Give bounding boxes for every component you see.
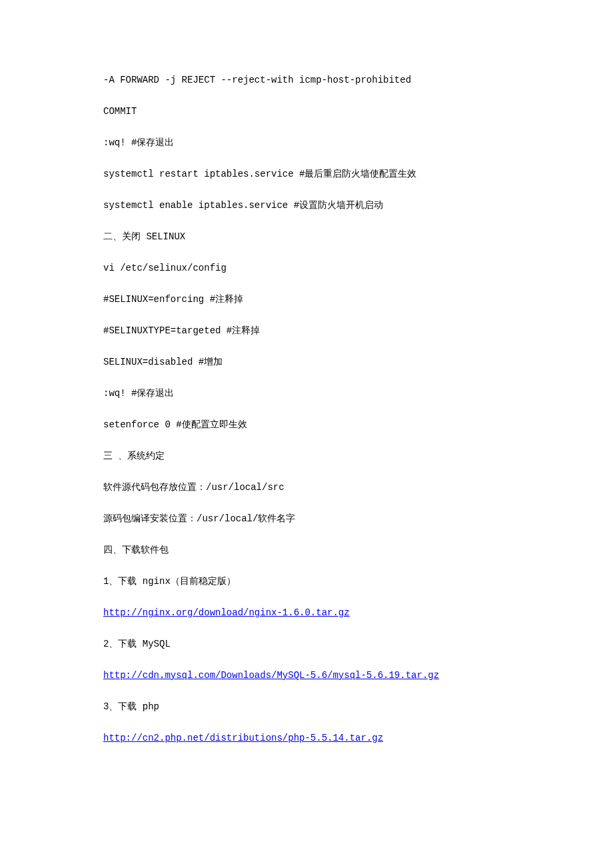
text-line: 源码包编译安装位置：/usr/local/软件名字 (103, 512, 510, 526)
text-line: vi /etc/selinux/config (103, 261, 510, 275)
text-line: :wq! #保存退出 (103, 136, 510, 150)
section-heading: 四、下载软件包 (103, 543, 510, 557)
text-line: 软件源代码包存放位置：/usr/local/src (103, 481, 510, 495)
text-line: -A FORWARD -j REJECT --reject-with icmp-… (103, 73, 510, 87)
text-line: 3、下载 php (103, 700, 510, 714)
text-line: 2、下载 MySQL (103, 637, 510, 651)
text-line: #SELINUXTYPE=targeted #注释掉 (103, 324, 510, 338)
text-line: 1、下载 nginx（目前稳定版） (103, 575, 510, 589)
download-link-nginx[interactable]: http://nginx.org/download/nginx-1.6.0.ta… (103, 607, 350, 618)
text-line: systemctl enable iptables.service #设置防火墙… (103, 199, 510, 213)
text-line: COMMIT (103, 105, 510, 119)
text-line: SELINUX=disabled #增加 (103, 355, 510, 369)
download-link-php[interactable]: http://cn2.php.net/distributions/php-5.5… (103, 733, 383, 743)
section-heading: 二、关闭 SELINUX (103, 230, 510, 244)
text-line: #SELINUX=enforcing #注释掉 (103, 293, 510, 307)
text-line: setenforce 0 #使配置立即生效 (103, 418, 510, 432)
section-heading: 三 、系统约定 (103, 449, 510, 463)
text-line: systemctl restart iptables.service #最后重启… (103, 167, 510, 181)
text-line: :wq! #保存退出 (103, 387, 510, 401)
download-link-mysql[interactable]: http://cdn.mysql.com/Downloads/MySQL-5.6… (103, 670, 439, 681)
